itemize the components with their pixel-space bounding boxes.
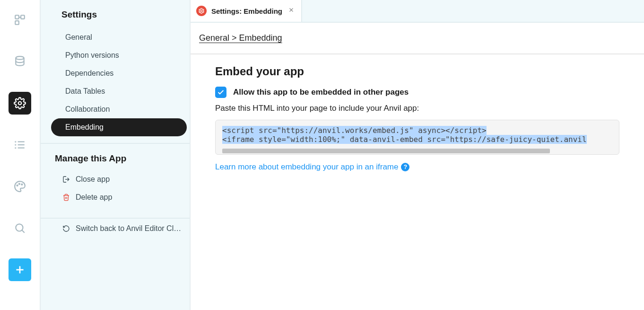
svg-point-4 — [18, 102, 22, 105]
svg-line-15 — [22, 230, 24, 232]
rail-forms-icon[interactable] — [9, 9, 31, 31]
switch-editor-label: Switch back to Anvil Editor Cl… — [76, 224, 181, 233]
svg-rect-2 — [15, 21, 19, 25]
tab-strip: Settings: Embedding — [191, 0, 644, 23]
svg-point-10 — [15, 148, 16, 148]
svg-point-13 — [21, 184, 22, 185]
svg-point-19 — [200, 10, 202, 12]
allow-embed-checkbox[interactable] — [215, 87, 226, 98]
settings-sidebar: Settings General Python versions Depende… — [41, 0, 191, 310]
allow-embed-label: Allow this app to be embedded in other p… — [233, 88, 409, 97]
close-app-item[interactable]: Close app — [41, 170, 190, 188]
delete-app-item[interactable]: Delete app — [41, 188, 190, 206]
svg-point-9 — [15, 144, 16, 145]
svg-point-14 — [16, 224, 23, 231]
allow-embed-row: Allow this app to be embedded in other p… — [215, 87, 619, 98]
switch-editor-item[interactable]: Switch back to Anvil Editor Cl… — [41, 219, 190, 239]
settings-item-datatables[interactable]: Data Tables — [51, 82, 187, 100]
horizontal-scrollbar[interactable] — [222, 149, 550, 153]
svg-point-8 — [15, 142, 16, 142]
trash-icon — [62, 194, 70, 201]
breadcrumb[interactable]: General > Embedding — [191, 23, 644, 54]
svg-point-12 — [19, 184, 20, 185]
close-app-label: Close app — [76, 175, 110, 184]
svg-point-3 — [16, 56, 24, 60]
close-icon[interactable] — [287, 7, 296, 15]
help-icon: ? — [401, 163, 409, 171]
icon-rail — [0, 0, 41, 310]
tab-title: Settings: Embedding — [211, 7, 282, 15]
svg-rect-1 — [21, 15, 25, 19]
page-title: Embed your app — [215, 65, 619, 78]
undo-icon — [62, 225, 70, 232]
svg-rect-0 — [15, 15, 19, 19]
gear-icon — [196, 6, 207, 16]
manage-title: Manage this App — [41, 144, 190, 170]
logout-icon — [62, 176, 70, 183]
settings-item-dependencies[interactable]: Dependencies — [51, 64, 187, 82]
main-area: Settings: Embedding General > Embedding … — [191, 0, 644, 310]
embed-section: Embed your app Allow this app to be embe… — [191, 54, 644, 182]
rail-search-icon[interactable] — [9, 217, 31, 239]
svg-point-11 — [17, 185, 18, 186]
rail-theme-icon[interactable] — [9, 175, 31, 198]
tab-settings-embedding[interactable]: Settings: Embedding — [191, 0, 302, 22]
rail-add-button[interactable] — [9, 258, 31, 281]
settings-item-collaboration[interactable]: Collaboration — [51, 100, 187, 118]
rail-settings-icon[interactable] — [9, 92, 31, 115]
settings-nav: General Python versions Dependencies Dat… — [41, 28, 190, 136]
settings-title: Settings — [41, 0, 190, 28]
settings-item-python[interactable]: Python versions — [51, 46, 187, 64]
embed-code: <script src="https://anvil.works/embed.j… — [222, 126, 612, 144]
learn-more-link[interactable]: Learn more about embedding your app in a… — [215, 162, 409, 172]
embed-code-box[interactable]: <script src="https://anvil.works/embed.j… — [215, 120, 619, 155]
content: General > Embedding Embed your app Allow… — [191, 23, 644, 310]
settings-item-embedding[interactable]: Embedding — [51, 118, 187, 136]
delete-app-label: Delete app — [76, 193, 112, 202]
paste-hint: Paste this HTML into your page to includ… — [215, 104, 619, 113]
settings-item-general[interactable]: General — [51, 28, 187, 46]
check-icon — [217, 89, 225, 96]
rail-database-icon[interactable] — [9, 50, 31, 73]
rail-list-icon[interactable] — [9, 133, 31, 156]
